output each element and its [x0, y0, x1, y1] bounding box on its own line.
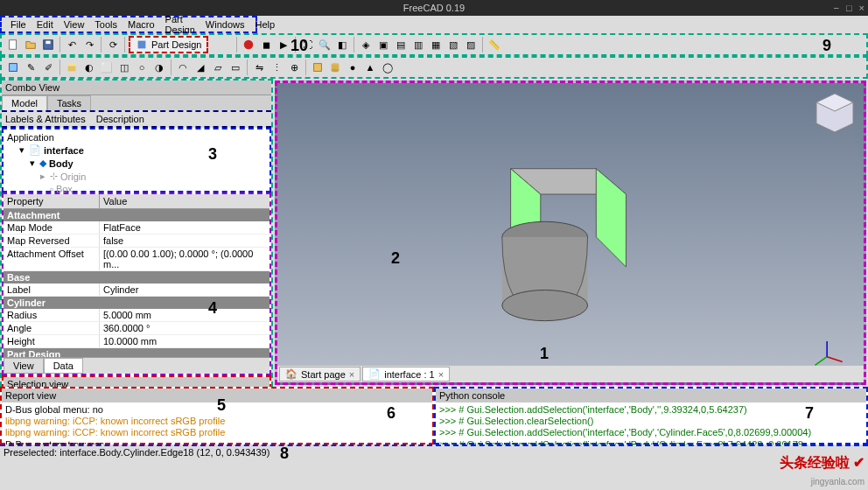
groove-icon[interactable]: ◑ — [151, 60, 167, 75]
menu-file[interactable]: File — [5, 18, 32, 32]
cone-prim-icon[interactable]: ▲ — [362, 60, 378, 75]
menu-edit[interactable]: Edit — [32, 18, 59, 32]
prop-row[interactable]: Angle360.0000 ° — [4, 322, 270, 335]
mirror-icon[interactable]: ⇋ — [251, 60, 267, 75]
status-text: Preselected: interface.Body.Cylinder.Edg… — [4, 447, 270, 458]
measure-icon[interactable]: 📏 — [486, 37, 502, 52]
workbench-selector[interactable]: Part Design — [129, 36, 208, 53]
prop-row[interactable]: LabelCylinder — [4, 284, 270, 297]
refresh-icon[interactable]: ⟳ — [105, 37, 121, 52]
3d-model-render — [277, 83, 864, 382]
svg-point-18 — [502, 290, 588, 320]
fit-selection-icon[interactable]: 🔍 — [317, 37, 332, 52]
top-view-icon[interactable]: ▤ — [393, 37, 409, 52]
tree-item-document[interactable]: ▾📄interface — [7, 144, 266, 157]
right-view-icon[interactable]: ▥ — [410, 37, 426, 52]
3d-view[interactable]: 2 1 🏠Start page× 📄interface — [275, 80, 866, 385]
create-sketch-icon[interactable]: ✎ — [23, 60, 38, 75]
revolution-icon[interactable]: ◐ — [81, 60, 97, 75]
stop-macro-icon[interactable]: ◼ — [258, 37, 274, 52]
tab-tasks[interactable]: Tasks — [47, 95, 91, 110]
report-view: 6 Report view D-Bus global menu: nolibpn… — [0, 387, 434, 444]
watermark: 头条经验啦 ✔ — [780, 454, 864, 472]
left-view-icon[interactable]: ▨ — [463, 37, 479, 52]
tree-root[interactable]: Application — [7, 131, 266, 144]
new-file-icon[interactable] — [5, 37, 21, 52]
box-prim-icon[interactable] — [310, 60, 326, 75]
sphere-prim-icon[interactable]: ● — [345, 60, 360, 75]
toolbar-partdesign: ✎ ✐ ◐ ⬜ ◫ ○ ◑ ◠ ◢ ▱ ▭ ⇋ ⋮ ⊕ ● ▲ ◯ — [0, 56, 868, 79]
torus-prim-icon[interactable]: ◯ — [380, 60, 396, 75]
menu-help[interactable]: Help — [249, 18, 280, 32]
prop-row[interactable]: Map ModeFlatFace — [4, 221, 270, 234]
prop-tab-view[interactable]: View — [4, 358, 44, 374]
minimize-button[interactable]: − — [833, 3, 838, 13]
cylinder-prim-icon[interactable] — [327, 60, 343, 75]
left-panel: Combo View Model Tasks Labels & Attribut… — [0, 79, 273, 387]
macros-icon[interactable]: ▶ — [276, 37, 291, 52]
undo-icon[interactable]: ↶ — [64, 37, 80, 52]
svg-line-19 — [827, 357, 843, 362]
front-view-icon[interactable]: ▣ — [375, 37, 391, 52]
record-macro-icon[interactable] — [241, 37, 256, 52]
hole-icon[interactable]: ○ — [134, 60, 150, 75]
svg-rect-2 — [46, 41, 50, 45]
prop-row[interactable]: Radius5.0000 mm — [4, 309, 270, 322]
navigation-cube[interactable] — [811, 88, 858, 136]
description-header[interactable]: Description — [96, 114, 144, 124]
tree-item-origin[interactable]: ▸⊹Origin — [7, 170, 266, 183]
polar-pattern-icon[interactable]: ⊕ — [286, 60, 302, 75]
open-file-icon[interactable] — [23, 37, 38, 52]
svg-rect-6 — [68, 66, 76, 71]
labels-attributes-header[interactable]: Labels & Attributes — [5, 114, 86, 124]
prop-col-property: Property — [4, 194, 100, 208]
tree-item-body[interactable]: ▾◆Body — [7, 157, 266, 170]
menu-macro[interactable]: Macro — [122, 18, 160, 32]
fit-all-icon[interactable]: ⛶ — [299, 37, 315, 52]
save-file-icon[interactable] — [40, 37, 56, 52]
prop-tab-data[interactable]: Data — [44, 358, 83, 374]
doc-icon: 📄 — [368, 368, 381, 380]
pocket-icon[interactable]: ◫ — [116, 60, 132, 75]
origin-icon: ⊹ — [50, 171, 58, 182]
create-body-icon[interactable] — [5, 60, 21, 75]
pad-icon[interactable] — [64, 60, 80, 75]
prop-row[interactable]: Height10.0000 mm — [4, 335, 270, 348]
maximize-button[interactable]: □ — [846, 3, 852, 13]
annotation-8: 8 — [280, 444, 289, 463]
model-tree: 3 Application ▾📄interface ▾◆Body ▸⊹Origi… — [2, 128, 271, 192]
property-panel: 4 PropertyValue AttachmentMap ModeFlatFa… — [2, 192, 271, 375]
svg-rect-3 — [138, 41, 146, 49]
watermark-url: jingyanla.com — [811, 477, 864, 486]
menu-view[interactable]: View — [59, 18, 90, 32]
prop-group: Attachment — [4, 209, 270, 221]
svg-rect-8 — [314, 64, 322, 72]
body-icon: ◆ — [39, 158, 46, 169]
menu-tools[interactable]: Tools — [89, 18, 122, 32]
tab-model[interactable]: Model — [2, 95, 47, 110]
redo-icon[interactable]: ↷ — [81, 37, 97, 52]
doc-tab-startpage[interactable]: 🏠Start page× — [279, 367, 360, 382]
bottom-view-icon[interactable]: ▧ — [445, 37, 461, 52]
isometric-icon[interactable]: ◈ — [358, 37, 374, 52]
status-bar: Preselected: interface.Body.Cylinder.Edg… — [0, 444, 868, 460]
python-console[interactable]: 7 Python console >>> # Gui.Selection.add… — [434, 387, 868, 444]
back-view-icon[interactable]: ▦ — [428, 37, 444, 52]
doc-tab-interface[interactable]: 📄interface : 1× — [362, 367, 450, 382]
svg-rect-0 — [10, 40, 17, 50]
close-tab-icon[interactable]: × — [438, 369, 444, 380]
menu-windows[interactable]: Windows — [200, 18, 250, 32]
edit-sketch-icon[interactable]: ✐ — [40, 60, 56, 75]
prop-row[interactable]: Map Reversedfalse — [4, 234, 270, 248]
fillet-icon[interactable]: ◠ — [175, 60, 191, 75]
draft-icon[interactable]: ▱ — [210, 60, 226, 75]
close-tab-icon[interactable]: × — [349, 369, 354, 380]
chamfer-icon[interactable]: ◢ — [192, 60, 208, 75]
close-button[interactable]: × — [859, 3, 864, 13]
prop-row[interactable]: Attachment Offset[(0.00 0.00 1.00); 0.00… — [4, 248, 270, 271]
loft-icon[interactable]: ⬜ — [99, 60, 115, 75]
linear-pattern-icon[interactable]: ⋮ — [269, 60, 284, 75]
python-console-title: Python console — [436, 388, 866, 402]
thickness-icon[interactable]: ▭ — [228, 60, 243, 75]
draw-style-icon[interactable]: ◧ — [334, 37, 350, 52]
